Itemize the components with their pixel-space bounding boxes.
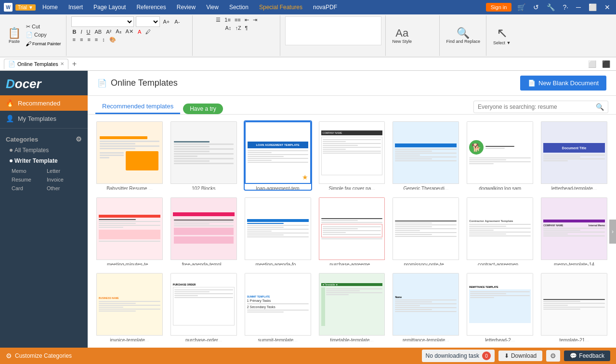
template-card-9[interactable]: free-agenda-templ... [170, 196, 238, 267]
download-button[interactable]: ⬇ Download [498, 351, 542, 361]
cut-button[interactable]: ✂ Cut [25, 23, 62, 30]
sidebar-link-memo[interactable]: Memo [10, 167, 43, 175]
template-card-14[interactable]: COMPANY NAMEInternal Memo memo-template-… [540, 196, 608, 267]
template-card-19[interactable]: Name remittance-template... [392, 272, 460, 342]
trial-dropdown-icon[interactable]: ▼ [28, 5, 33, 10]
copy-button[interactable]: 📄 Copy [25, 31, 62, 39]
feedback-button[interactable]: 💬 Feedback [564, 351, 610, 361]
template-card-5[interactable]: Generic Therapeuti... [392, 120, 460, 191]
line-spacing-button[interactable]: ↕ [101, 36, 106, 43]
tab-bar-icon-1[interactable]: ⬜ [586, 59, 598, 69]
sidebar-item-my-templates[interactable]: 👤 My Templates [0, 111, 88, 126]
sidebar-link-card[interactable]: Card [10, 184, 43, 192]
template-card-15[interactable]: BUSINESS NAME invoice-template... [95, 272, 164, 342]
strikethrough-button[interactable]: AB [93, 28, 104, 35]
align-right-button[interactable]: ≡ [86, 36, 92, 43]
tab-recommended-templates[interactable]: Recommended templates [95, 100, 180, 114]
indent-decrease-button[interactable]: ⇤ [243, 16, 250, 24]
select-button[interactable]: ↖ Select ▼ [491, 25, 512, 47]
highlight-button[interactable]: 🖊 [144, 28, 152, 35]
template-card-1[interactable]: Babysitter Resume ... [95, 120, 164, 191]
sidebar-sub-writer-template[interactable]: Writer Template [0, 156, 88, 166]
template-card-10[interactable]: meeting-agenda-fo... [244, 196, 312, 267]
sidebar-item-recommended[interactable]: 🔥 Recommended [0, 95, 88, 111]
nav-special-features[interactable]: Special Features [255, 2, 306, 13]
categories-settings-icon[interactable]: ⚙ [76, 135, 82, 143]
shading-button[interactable]: 🎨 [108, 36, 118, 43]
nav-section[interactable]: Section [225, 2, 252, 13]
nav-page-layout[interactable]: Page Layout [90, 2, 130, 13]
font-size-decrease[interactable]: A- [173, 18, 181, 25]
align-left-button[interactable]: ≡ [71, 36, 77, 43]
settings-button[interactable]: ⚙ [546, 350, 560, 362]
new-style-button[interactable]: Aa New Style [391, 26, 414, 45]
scroll-right-arrow[interactable]: › [609, 220, 616, 244]
paste-button[interactable]: 📋 Paste [6, 26, 23, 45]
bullets-button[interactable]: ☰ [214, 16, 222, 24]
italic-button[interactable]: I [79, 28, 83, 35]
find-replace-button[interactable]: 🔍 Find and Replace [445, 26, 483, 45]
numbering-button[interactable]: 1≡ [223, 16, 232, 24]
sign-in-button[interactable]: Sign in [486, 3, 512, 12]
bold-button[interactable]: B [71, 28, 78, 35]
template-card-6[interactable]: 🐕 dogwalking log sam [466, 120, 534, 191]
sidebar-link-invoice[interactable]: Invoice [45, 176, 78, 183]
doc-tab-online-templates[interactable]: 📄 Online Templates ✕ [4, 59, 68, 69]
template-card-2[interactable]: 102 Blocks [170, 120, 238, 191]
template-card-12[interactable]: promissory-note-te... [392, 196, 460, 267]
font-color-button[interactable]: A [136, 28, 143, 35]
restore-icon[interactable]: ⬜ [587, 2, 599, 12]
template-card-3[interactable]: LOAN AGREEMENT TEMPLATE ★ loan-agreement… [244, 120, 312, 191]
template-card-4[interactable]: COMPANY NAME Simple fax cover pa... [318, 120, 386, 191]
cart-icon[interactable]: 🛒 [515, 2, 527, 12]
refresh-icon[interactable]: ↺ [531, 2, 541, 12]
nav-review[interactable]: Review [173, 2, 199, 13]
pilcrow-button[interactable]: ¶ [244, 25, 249, 31]
template-card-17[interactable]: SUMMIT TEMPLATE 1 Primary Tasks 2 Second… [244, 272, 312, 342]
justify-button[interactable]: ≡ [93, 36, 99, 43]
nav-references[interactable]: References [132, 2, 170, 13]
new-blank-document-button[interactable]: 📄 New Blank Document [520, 76, 606, 91]
nav-home[interactable]: Home [39, 2, 62, 13]
template-search-input[interactable] [478, 104, 593, 110]
text-height-button[interactable]: A↕ [224, 25, 233, 31]
template-card-20[interactable]: REMITTANCE TEMPLATE letterhead-2... [466, 272, 534, 342]
template-card-13[interactable]: Contractor Agreement Template contract-a… [466, 196, 534, 267]
template-card-8[interactable]: meeting-minutes-te... [95, 196, 164, 267]
sort-button[interactable]: ↑Z [234, 25, 242, 31]
font-size-increase[interactable]: A+ [162, 18, 171, 25]
format-painter-button[interactable]: 🖌 Format Painter [25, 39, 62, 48]
sidebar-link-letter[interactable]: Letter [45, 167, 78, 175]
nav-view[interactable]: View [202, 2, 223, 13]
add-tab-button[interactable]: + [70, 60, 79, 68]
tab-have-a-try[interactable]: Have a try [183, 104, 223, 114]
template-card-11[interactable]: purchase-agreeme... [318, 196, 386, 267]
align-center-button[interactable]: ≡ [79, 36, 84, 43]
trial-badge[interactable]: Trial ▼ [15, 4, 36, 11]
close-icon[interactable]: ✕ [603, 2, 612, 12]
help-icon[interactable]: ?· [561, 2, 570, 12]
template-card-21[interactable]: template-21... [540, 272, 608, 342]
underline-button[interactable]: U [85, 28, 92, 35]
template-card-7[interactable]: Document Title letterhead-template... [540, 120, 608, 191]
sidebar-sub-all-templates[interactable]: All Templates [0, 145, 88, 156]
font-family-select[interactable] [71, 16, 134, 27]
customize-categories-button[interactable]: ⚙ Customize Categories [6, 352, 72, 360]
template-card-18[interactable]: ★ Timetable ★ timetable-template [318, 272, 386, 342]
toolbar-icon[interactable]: 🔧 [545, 2, 557, 12]
multilevel-button[interactable]: ≡≡ [233, 16, 242, 24]
nav-insert[interactable]: Insert [65, 2, 87, 13]
clear-format-button[interactable]: A✕ [124, 28, 135, 35]
indent-increase-button[interactable]: ⇥ [251, 16, 259, 24]
subscript-button[interactable]: A₂ [114, 28, 122, 35]
sidebar-link-resume[interactable]: Resume [10, 176, 43, 183]
tab-close-button[interactable]: ✕ [60, 61, 64, 66]
template-card-16[interactable]: PURCHASE ORDER purchase-order... [170, 272, 238, 342]
font-size-select[interactable] [136, 16, 160, 27]
minimize-icon[interactable]: ─ [574, 2, 583, 12]
superscript-button[interactable]: A² [105, 28, 113, 35]
sidebar-link-other[interactable]: Other [45, 184, 78, 192]
search-icon[interactable]: 🔍 [596, 103, 604, 111]
nav-novapdf[interactable]: novaPDF [309, 2, 341, 13]
tab-bar-icon-2[interactable]: ⬛ [600, 59, 612, 69]
